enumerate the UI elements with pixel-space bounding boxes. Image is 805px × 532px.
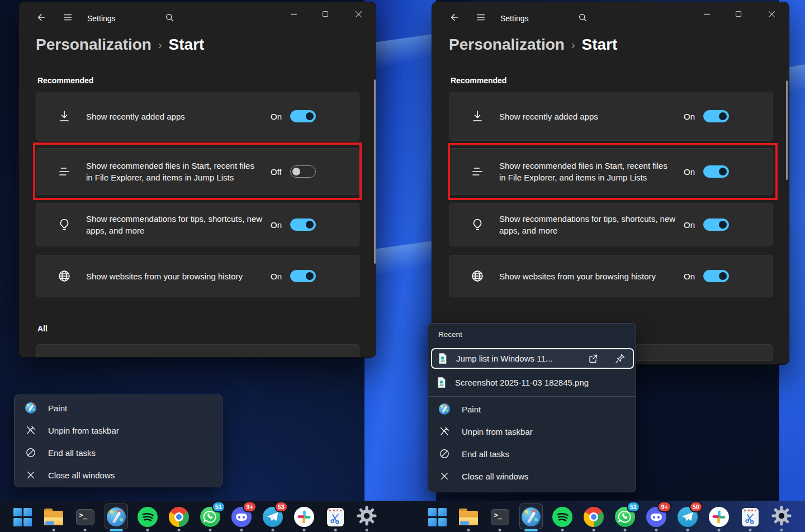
taskbar-icon-terminal[interactable]: >_: [484, 501, 515, 532]
toggle-switch[interactable]: [703, 110, 729, 122]
taskbar-icon-win[interactable]: [7, 501, 38, 532]
taskbar-icon-telegram[interactable]: 53: [257, 501, 288, 532]
download-icon: [470, 109, 485, 124]
menu-item-end-tasks[interactable]: End all tasks: [15, 441, 222, 464]
taskbar-icon-slack[interactable]: [288, 501, 320, 532]
taskbar-icon-slack[interactable]: [703, 501, 735, 532]
taskbar-icon-discord[interactable]: 9+: [641, 501, 672, 532]
toggle-switch[interactable]: [290, 110, 316, 122]
taskbar-icon-snip[interactable]: [735, 501, 766, 532]
hamburger-menu-icon[interactable]: [475, 11, 487, 23]
search-icon[interactable]: [576, 11, 589, 23]
breadcrumb-parent[interactable]: Personalization: [449, 36, 565, 54]
menu-item-close-windows[interactable]: Close all windows: [428, 465, 636, 487]
globe-icon: [470, 269, 485, 283]
lightbulb-icon: [470, 217, 485, 232]
unpin-icon: [25, 424, 37, 436]
close-icon: [25, 469, 37, 481]
taskbar-icon-chrome[interactable]: [163, 501, 195, 532]
toggle-knob: [719, 272, 727, 280]
notification-badge: 51: [627, 501, 640, 512]
recent-item-selected[interactable]: Jump list in Windows 11...: [431, 348, 634, 369]
section-all: All: [37, 324, 48, 333]
toggle-state-label: On: [271, 272, 282, 281]
scrollbar[interactable]: [374, 79, 376, 264]
paint-app-icon: [25, 402, 37, 414]
scrollbar[interactable]: [786, 80, 788, 180]
taskbar-icon-spotify[interactable]: [547, 501, 578, 532]
toggle-switch[interactable]: [703, 218, 729, 231]
highlight-box: [448, 143, 778, 200]
setting-label: Show websites from your browsing history: [499, 270, 684, 282]
running-app-indicator: [499, 529, 501, 531]
running-app-indicator: [561, 529, 564, 531]
recent-item-label: Jump list in Windows 11...: [456, 354, 586, 363]
close-icon[interactable]: [350, 7, 367, 21]
toggle-state-label: On: [684, 112, 695, 121]
titlebar: Settings: [432, 2, 789, 30]
menu-item-unpin[interactable]: Unpin from taskbar: [428, 420, 636, 443]
taskbar-icon-discord[interactable]: 9+: [226, 501, 257, 532]
toggle-switch[interactable]: [703, 270, 729, 282]
setting-label: Show recently added apps: [86, 111, 271, 122]
toggle-switch[interactable]: [290, 270, 316, 282]
menu-item-end-tasks[interactable]: End all tasks: [428, 443, 636, 465]
settings-window-left: Settings Personalization › Start Recomme…: [18, 2, 376, 358]
running-app-indicator: [686, 529, 689, 531]
toggle-knob: [719, 112, 727, 120]
notification-badge: 9+: [657, 501, 671, 512]
toggle-switch[interactable]: [290, 218, 316, 231]
running-app-indicator: [84, 529, 87, 531]
taskbar-icon-spotify[interactable]: [132, 501, 163, 532]
search-icon[interactable]: [163, 11, 176, 23]
section-recommended: Recommended: [37, 76, 93, 85]
taskbar-icon-snip[interactable]: [320, 501, 351, 532]
share-icon[interactable]: [586, 352, 600, 366]
back-arrow-icon[interactable]: [35, 11, 47, 23]
recent-item[interactable]: Screenshot 2025-11-03 182845.png: [431, 373, 634, 392]
maximize-icon[interactable]: [317, 7, 334, 21]
taskbar-icon-paint[interactable]: [515, 501, 547, 532]
back-arrow-icon[interactable]: [448, 11, 460, 23]
running-app-indicator: [178, 529, 181, 531]
page-title: Start: [582, 36, 618, 54]
menu-item-paint[interactable]: Paint: [15, 397, 222, 419]
taskbar-icon-chrome[interactable]: [578, 501, 609, 532]
breadcrumb-parent[interactable]: Personalization: [36, 36, 151, 54]
setting-label: Show websites from your browsing history: [86, 270, 271, 282]
toggle-state-label: On: [271, 112, 282, 121]
taskbar-icon-paint[interactable]: [101, 501, 132, 532]
toggle-state-label: On: [684, 220, 695, 230]
running-app-indicator: [593, 529, 595, 531]
download-icon: [57, 109, 72, 124]
notification-badge: 9+: [243, 501, 257, 512]
image-file-icon: [438, 353, 447, 364]
menu-item-paint[interactable]: Paint: [428, 398, 636, 420]
taskbar-icon-terminal[interactable]: >_: [69, 501, 101, 532]
taskbar-icon-gear[interactable]: [766, 501, 797, 532]
hamburger-menu-icon[interactable]: [61, 11, 74, 23]
taskbar-icon-whatsapp[interactable]: 51: [609, 501, 641, 532]
chevron-right-icon: ›: [571, 39, 575, 51]
taskbar-icon-whatsapp[interactable]: 51: [195, 501, 226, 532]
taskbar-icon-explorer[interactable]: [38, 501, 69, 532]
breadcrumb: Personalization › Start: [36, 36, 204, 54]
taskbar-icon-win[interactable]: [422, 501, 453, 532]
maximize-icon[interactable]: [730, 7, 747, 21]
titlebar: Settings: [19, 2, 376, 30]
running-app-indicator: [146, 529, 149, 531]
lightbulb-icon: [57, 217, 72, 232]
block-icon: [438, 448, 451, 460]
menu-item-close-windows[interactable]: Close all windows: [15, 464, 222, 486]
minimize-icon[interactable]: [698, 7, 715, 21]
taskbar-icon-gear[interactable]: [351, 501, 382, 532]
notification-badge: 50: [689, 501, 703, 512]
menu-item-label: Paint: [48, 403, 67, 413]
minimize-icon[interactable]: [285, 7, 302, 21]
running-app-indicator: [467, 529, 470, 531]
menu-item-unpin[interactable]: Unpin from taskbar: [15, 419, 222, 441]
taskbar-icon-explorer[interactable]: [453, 501, 484, 532]
taskbar-icon-telegram[interactable]: 50: [672, 501, 703, 532]
pin-icon[interactable]: [613, 352, 627, 366]
close-icon[interactable]: [763, 7, 780, 21]
